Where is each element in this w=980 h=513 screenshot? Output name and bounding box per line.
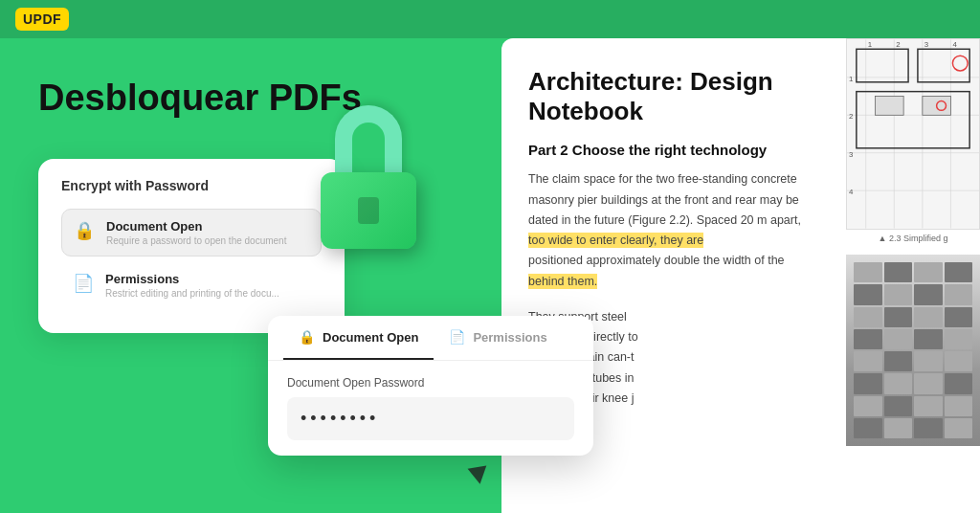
panel-tabs: 🔒 Document Open 📄 Permissions xyxy=(268,316,593,361)
svg-text:3: 3 xyxy=(849,150,854,159)
doc-open-desc: Require a password to open the document xyxy=(106,235,286,246)
lock-icon: 🔒 xyxy=(74,220,95,241)
doc-icon: 📄 xyxy=(73,273,94,294)
pdf-image-col: 1 2 3 4 1 2 3 4 ▲ 2.3 Simplified g xyxy=(846,38,980,513)
tab-lock-icon: 🔒 xyxy=(299,329,315,345)
window-cell xyxy=(914,373,943,393)
encrypt-card: Encrypt with Password 🔒 Document Open Re… xyxy=(38,159,345,333)
window-cell xyxy=(884,284,913,304)
window-cell xyxy=(884,418,913,438)
updf-logo: UPDF xyxy=(15,8,69,31)
window-cell xyxy=(854,418,882,438)
pdf-subtitle: Part 2 Choose the right technology xyxy=(528,142,819,158)
window-cell xyxy=(945,351,973,371)
window-cell xyxy=(884,373,913,393)
svg-text:1: 1 xyxy=(849,75,853,83)
cursor-icon xyxy=(468,465,490,485)
tab-doc-open[interactable]: 🔒 Document Open xyxy=(283,316,434,360)
window-cell xyxy=(854,329,882,349)
window-cell xyxy=(854,262,882,282)
tab-doc-open-label: Document Open xyxy=(323,330,418,345)
svg-text:2: 2 xyxy=(849,112,853,121)
window-cell xyxy=(884,262,913,282)
window-cell xyxy=(884,329,913,349)
lock-3d-icon xyxy=(306,96,431,249)
window-cell xyxy=(914,329,943,349)
window-cell xyxy=(945,262,973,282)
doc-open-title: Document Open xyxy=(106,219,286,234)
window-cell xyxy=(914,307,943,327)
panel-body: Document Open Password xyxy=(268,361,593,440)
card-item-doc-open[interactable]: 🔒 Document Open Require a password to op… xyxy=(61,209,322,256)
window-cell xyxy=(884,351,913,371)
arch-diagram: 1 2 3 4 1 2 3 4 xyxy=(846,38,980,230)
password-panel: 🔒 Document Open 📄 Permissions Document O… xyxy=(268,316,593,456)
window-cell xyxy=(945,373,973,393)
window-cell xyxy=(914,262,943,282)
permissions-title: Permissions xyxy=(105,272,279,286)
tab-doc-icon: 📄 xyxy=(449,329,465,345)
arch-photo xyxy=(846,255,980,446)
window-cell xyxy=(945,396,973,416)
window-cell xyxy=(854,284,882,304)
svg-rect-0 xyxy=(847,39,979,228)
svg-text:2: 2 xyxy=(896,40,900,49)
pdf-title: Architecture: Design Notebook xyxy=(528,67,819,126)
lock-shackle xyxy=(335,105,402,182)
password-field-label: Document Open Password xyxy=(287,376,574,390)
window-cell xyxy=(945,329,973,349)
window-cell xyxy=(884,396,913,416)
window-cell xyxy=(945,418,973,438)
svg-text:4: 4 xyxy=(849,188,854,196)
window-cell xyxy=(854,396,882,416)
tab-permissions-label: Permissions xyxy=(473,330,546,345)
highlight-1: too wide to enter clearly, they are xyxy=(528,233,703,248)
window-cell xyxy=(914,351,943,371)
building-grid xyxy=(846,255,980,446)
svg-rect-12 xyxy=(876,97,904,116)
svg-text:1: 1 xyxy=(868,40,872,49)
svg-text:4: 4 xyxy=(952,40,957,49)
window-cell xyxy=(914,418,943,438)
permissions-desc: Restrict editing and printing of the doc… xyxy=(105,288,279,299)
arch-diagram-label: ▲ 2.3 Simplified g xyxy=(846,234,980,243)
lock-body xyxy=(321,172,416,249)
top-bar: UPDF xyxy=(0,0,980,38)
tab-permissions[interactable]: 📄 Permissions xyxy=(434,316,562,360)
svg-text:3: 3 xyxy=(924,40,929,49)
window-cell xyxy=(945,307,973,327)
encrypt-card-title: Encrypt with Password xyxy=(61,178,322,193)
password-input[interactable] xyxy=(287,397,574,440)
highlight-2: behind them. xyxy=(528,274,597,289)
window-cell xyxy=(914,284,943,304)
window-cell xyxy=(945,284,973,304)
window-cell xyxy=(884,307,913,327)
window-cell xyxy=(854,373,882,393)
window-cell xyxy=(854,307,882,327)
pdf-body-1: The claim space for the two free-standin… xyxy=(528,169,819,292)
window-cell xyxy=(854,351,882,371)
window-cell xyxy=(914,396,943,416)
card-item-permissions[interactable]: 📄 Permissions Restrict editing and print… xyxy=(61,262,322,308)
